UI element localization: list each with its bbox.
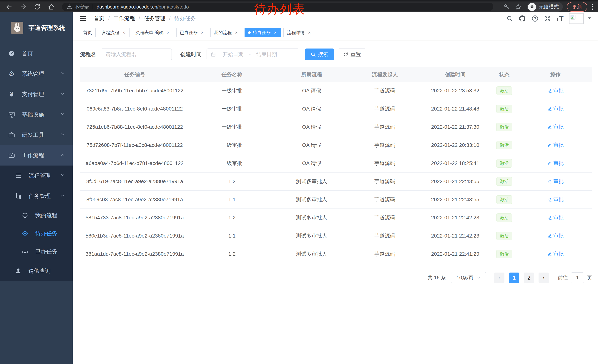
pen-icon bbox=[547, 143, 552, 147]
chevron-down-icon bbox=[60, 71, 66, 77]
back-icon[interactable] bbox=[6, 3, 13, 10]
logo-image bbox=[11, 22, 23, 34]
sidebar-item-infra[interactable]: 基础设施 bbox=[0, 105, 73, 125]
sidebar-item-home[interactable]: 首页 bbox=[0, 43, 73, 64]
sidebar-item-todo-tasks[interactable]: 待办任务 bbox=[0, 224, 73, 243]
approve-link[interactable]: 审批 bbox=[547, 160, 564, 167]
task-table: 任务编号 任务名称 所属流程 流程发起人 创建时间 状态 操作 73211d9d… bbox=[80, 67, 592, 263]
sidebar-item-task-mgmt[interactable]: 任务管理 bbox=[0, 186, 73, 206]
sidebar-item-leave-query[interactable]: 请假查询 bbox=[0, 261, 73, 281]
page-button-1[interactable]: 1 bbox=[509, 273, 519, 283]
briefcase-icon bbox=[8, 131, 16, 138]
approve-link[interactable]: 审批 bbox=[547, 251, 564, 258]
tab-form-edit[interactable]: 流程表单-编辑× bbox=[132, 28, 174, 37]
tab-done-tasks[interactable]: 已办任务× bbox=[176, 28, 208, 37]
tab-start-process[interactable]: 发起流程× bbox=[98, 28, 130, 37]
reload-icon[interactable] bbox=[34, 3, 41, 10]
prev-page-button[interactable]: ‹ bbox=[494, 273, 505, 283]
pen-icon bbox=[547, 88, 552, 93]
close-icon[interactable]: × bbox=[273, 30, 278, 35]
table-row: 75d72608-7b7f-11ec-a3c8-acde48001122 一级审… bbox=[80, 136, 592, 154]
close-icon[interactable]: × bbox=[200, 30, 205, 35]
status-badge: 激活 bbox=[496, 141, 512, 150]
page-size-select[interactable]: 10条/页 bbox=[451, 272, 486, 283]
forward-icon[interactable] bbox=[20, 3, 27, 10]
tab-home[interactable]: 首页 bbox=[80, 28, 96, 37]
approve-link[interactable]: 审批 bbox=[547, 123, 564, 130]
close-icon[interactable]: × bbox=[234, 30, 239, 35]
password-key-icon[interactable] bbox=[503, 4, 510, 10]
header-actions: ? TT bbox=[501, 13, 592, 24]
user-menu-caret-icon[interactable] bbox=[587, 16, 592, 21]
goto-page-input[interactable] bbox=[571, 272, 584, 283]
close-icon[interactable]: × bbox=[166, 30, 171, 35]
table-row: a6aba0a4-7b6d-11ec-b781-acde48001122 一级审… bbox=[80, 154, 592, 173]
approve-link[interactable]: 审批 bbox=[547, 105, 564, 112]
breadcrumb-task-mgmt[interactable]: 任务管理 bbox=[144, 15, 165, 22]
list-icon bbox=[14, 172, 23, 179]
sidebar-item-system[interactable]: ⚙ 系统管理 bbox=[0, 64, 73, 84]
status-badge: 激活 bbox=[496, 250, 512, 259]
status-badge: 激活 bbox=[496, 87, 512, 95]
reset-button[interactable]: 重置 bbox=[338, 49, 366, 60]
sidebar-item-workflow[interactable]: 工作流程 bbox=[0, 145, 73, 166]
table-header: 任务编号 任务名称 所属流程 流程发起人 创建时间 状态 操作 bbox=[80, 67, 592, 82]
process-name-input[interactable] bbox=[101, 49, 172, 60]
approve-link[interactable]: 审批 bbox=[547, 214, 564, 221]
status-badge: 激活 bbox=[496, 232, 512, 240]
home-icon[interactable] bbox=[48, 3, 55, 10]
end-date-input[interactable] bbox=[251, 51, 282, 57]
page-button-2[interactable]: 2 bbox=[524, 273, 534, 283]
sidebar-fold-icon[interactable] bbox=[79, 15, 87, 22]
next-page-button[interactable]: › bbox=[539, 273, 549, 283]
chevron-up-icon bbox=[60, 193, 66, 199]
process-name-label: 流程名 bbox=[80, 51, 96, 58]
tab-my-process[interactable]: 我的流程× bbox=[210, 28, 242, 37]
breadcrumb-workflow[interactable]: 工作流程 bbox=[113, 15, 135, 22]
status-badge: 激活 bbox=[496, 159, 512, 168]
help-icon[interactable]: ? bbox=[532, 15, 539, 22]
sidebar-item-pay[interactable]: ¥ 支付管理 bbox=[0, 84, 73, 105]
status-badge: 激活 bbox=[496, 123, 512, 131]
breadcrumb-home[interactable]: 首页 bbox=[94, 15, 105, 22]
not-secure-icon bbox=[67, 4, 72, 10]
browser-menu-icon[interactable] bbox=[591, 4, 594, 10]
approve-link[interactable]: 审批 bbox=[547, 87, 564, 94]
yen-icon: ¥ bbox=[8, 91, 16, 97]
pen-icon bbox=[547, 252, 552, 256]
breadcrumb: 首页 / 工作流程 / 任务管理 / 待办任务 bbox=[94, 15, 196, 22]
font-size-icon[interactable]: TT bbox=[556, 15, 564, 22]
approve-link[interactable]: 审批 bbox=[547, 142, 564, 149]
close-icon[interactable]: × bbox=[121, 30, 126, 35]
pen-icon bbox=[547, 234, 552, 238]
github-icon[interactable] bbox=[519, 15, 526, 22]
page-url[interactable]: dashboard.yudao.iocoder.cn/bpm/task/todo bbox=[97, 4, 189, 10]
update-button[interactable]: 更新 bbox=[567, 2, 587, 12]
close-icon[interactable]: × bbox=[307, 30, 312, 35]
date-range-picker[interactable]: - bbox=[207, 49, 299, 60]
approve-link[interactable]: 审批 bbox=[547, 232, 564, 239]
eye-closed-icon bbox=[21, 248, 29, 255]
approve-link[interactable]: 审批 bbox=[547, 178, 564, 185]
sidebar-logo-row[interactable]: 芋道管理系统 bbox=[0, 12, 73, 43]
sidebar-item-my-process[interactable]: 我的流程 bbox=[0, 206, 73, 224]
total-count: 共 16 条 bbox=[428, 274, 446, 281]
search-button[interactable]: 搜索 bbox=[305, 49, 334, 60]
sidebar-item-process-mgmt[interactable]: 流程管理 bbox=[0, 166, 73, 186]
pen-icon bbox=[547, 125, 552, 129]
security-label[interactable]: 不安全 bbox=[75, 4, 89, 10]
approve-link[interactable]: 审批 bbox=[547, 196, 564, 203]
sidebar-item-devtools[interactable]: 研发工具 bbox=[0, 125, 73, 145]
avatar[interactable] bbox=[569, 13, 583, 24]
fullscreen-icon[interactable] bbox=[544, 15, 551, 22]
app-header: 首页 / 工作流程 / 任务管理 / 待办任务 ? TT bbox=[73, 12, 598, 25]
tab-process-detail[interactable]: 流程详情× bbox=[283, 28, 315, 37]
sidebar-item-done-tasks[interactable]: 已办任务 bbox=[0, 243, 73, 261]
tab-todo-tasks[interactable]: 待办任务× bbox=[245, 28, 281, 37]
chevron-down-icon bbox=[476, 275, 481, 280]
briefcase-icon bbox=[8, 152, 16, 159]
bookmark-star-icon[interactable] bbox=[515, 4, 522, 10]
status-badge: 激活 bbox=[496, 195, 512, 204]
search-icon[interactable] bbox=[506, 15, 513, 22]
start-date-input[interactable] bbox=[217, 51, 249, 57]
